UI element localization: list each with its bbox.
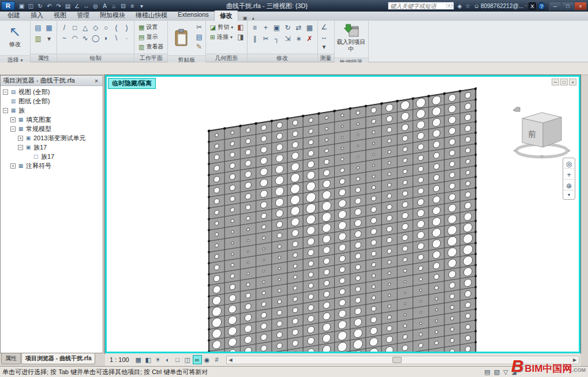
pin-icon[interactable]: ∗ [294, 33, 304, 44]
trim-icon[interactable]: ┐ [272, 33, 282, 44]
rectangle-tool-icon[interactable]: □ [70, 23, 80, 32]
center-ends-arc-tool-icon[interactable]: ) [122, 23, 132, 32]
tree-item[interactable]: ▥图纸 (全部) [1, 96, 103, 106]
crop-view-icon[interactable]: □ [173, 355, 182, 364]
ribbon-tab-视图[interactable]: 视图 [48, 10, 72, 21]
ribbon-tab-修改[interactable]: 修改 [214, 10, 238, 21]
qat-customize-icon[interactable]: ▾ [137, 2, 146, 10]
align-icon[interactable]: ≡ [250, 23, 260, 33]
maximize-button[interactable]: □ [561, 2, 574, 10]
tree-item[interactable]: +▦注释符号 [1, 161, 103, 170]
paint-icon[interactable]: ◧ [237, 23, 244, 32]
tag-icon[interactable]: ◎ [91, 2, 100, 10]
family-category-icon[interactable]: ▦ [44, 23, 54, 33]
match-type-icon[interactable]: ✎ [195, 42, 203, 51]
start-end-radius-arc-tool-icon[interactable]: ( [111, 23, 121, 32]
copy-element-icon[interactable]: ▣ [272, 23, 282, 33]
project-browser-close-icon[interactable]: × [92, 77, 100, 84]
set-workplane-button[interactable]: ▦设置 [137, 23, 165, 32]
tree-expand-icon[interactable]: + [10, 163, 16, 169]
tree-item[interactable]: ▢族17 [1, 152, 103, 161]
aligned-dimension-icon[interactable]: ↔ [82, 2, 91, 10]
favorites-icon[interactable]: ☆ [464, 3, 472, 9]
family-types-icon[interactable]: ▥ [33, 33, 43, 44]
circle-tool-icon[interactable]: ○ [101, 23, 111, 32]
split-icon[interactable]: ✂ [261, 33, 271, 44]
rotate-icon[interactable]: ↻ [283, 23, 293, 33]
paste-button[interactable] [170, 23, 193, 54]
tree-expand-icon[interactable]: + [10, 117, 16, 122]
sync-with-central-icon[interactable]: ↻ [36, 2, 44, 10]
ribbon-tab-管理[interactable]: 管理 [72, 10, 95, 21]
thin-lines-icon[interactable]: ≡ [128, 2, 137, 10]
viewcube-home-icon[interactable] [513, 107, 520, 111]
ribbon-cycle-icon[interactable]: ▣ [242, 16, 249, 21]
sun-path-icon[interactable]: ☀ [153, 355, 163, 364]
partial-ellipse-tool-icon[interactable]: ◗ [101, 33, 111, 43]
worksharing-icon[interactable]: ▤ [484, 368, 490, 376]
show-workplane-button[interactable]: ▤显示 [137, 32, 165, 42]
tree-collapse-icon[interactable]: − [3, 89, 8, 95]
project-browser-header[interactable]: 项目浏览器 - 曲线干扰.rfa × [1, 76, 103, 86]
view-scale-button[interactable]: 1 : 100 [106, 356, 133, 364]
redo-icon[interactable]: ↷ [54, 2, 63, 10]
ribbon-tab-附加模块[interactable]: 附加模块 [95, 10, 130, 21]
tree-collapse-icon[interactable]: − [3, 108, 8, 113]
tree-item[interactable]: +▣2013渐变测试单元 [1, 133, 103, 143]
bottom-tab-project-browser[interactable]: 项目浏览器 - 曲线干扰.rfa [21, 353, 95, 364]
copy-icon[interactable]: ▤ [195, 32, 203, 42]
view-close-icon[interactable]: × [569, 79, 576, 85]
default-3d-view-icon[interactable]: ⌂ [110, 2, 118, 10]
save-icon[interactable]: ◫ [27, 2, 35, 10]
visual-style-icon[interactable]: ◧ [144, 355, 153, 364]
scrollbar-thumb[interactable] [392, 357, 402, 363]
cut-icon[interactable]: ✂ [195, 23, 203, 32]
zoom-icon[interactable]: ⊕ [564, 181, 574, 191]
view-restore-icon[interactable]: □ [560, 79, 568, 85]
reveal-constraints-icon[interactable]: # [212, 355, 222, 364]
offset-icon[interactable]: ∥ [250, 33, 260, 44]
text-icon[interactable]: A [100, 2, 109, 10]
point-tool-icon[interactable]: · [122, 33, 132, 43]
viewcube-west-tick[interactable] [513, 149, 516, 152]
perforated-panel-model[interactable] [208, 87, 477, 353]
bottom-tab-properties[interactable]: 属性 [1, 353, 21, 364]
ribbon-tab-Extensions[interactable]: Extensions [173, 10, 214, 21]
tree-item[interactable]: −▦常规模型 [1, 124, 103, 133]
minimize-button[interactable]: ─ [549, 2, 561, 10]
inscribed-polygon-tool-icon[interactable]: △ [80, 23, 90, 32]
undo-icon[interactable]: ↶ [45, 2, 54, 10]
viewcube-east-tick[interactable] [568, 149, 571, 152]
join-geometry-button[interactable]: ⊞连接▾ [208, 32, 235, 42]
delete-icon[interactable]: ✗ [305, 33, 315, 44]
open-file-icon[interactable]: ▣ [17, 2, 26, 10]
temporary-hide-isolate-icon[interactable]: ∞ [193, 355, 202, 364]
viewcube[interactable]: 前 [511, 104, 571, 160]
circumscribed-polygon-tool-icon[interactable]: ◇ [91, 23, 100, 32]
scroll-left-icon[interactable]: ◀ [227, 357, 235, 363]
measure-icon[interactable]: ∠ [73, 2, 81, 10]
ribbon-tab-橄榄山快模[interactable]: 橄榄山快模 [130, 10, 173, 21]
pan-icon[interactable]: + [564, 170, 574, 180]
load-into-project-button[interactable]: 载入到项目中 [337, 23, 366, 56]
spline-tool-icon[interactable]: ∿ [80, 33, 90, 43]
application-menu-button[interactable]: R [1, 1, 15, 10]
design-options-icon[interactable]: ▧ [494, 368, 500, 376]
navbar-options-icon[interactable]: ▾ [564, 192, 574, 198]
filter-icon[interactable]: ▽ [503, 368, 508, 376]
exchange-apps-icon[interactable]: X [529, 2, 536, 10]
tree-item[interactable]: +▦填充图案 [1, 115, 103, 124]
ribbon-tab-插入[interactable]: 插入 [25, 10, 48, 21]
detail-level-icon[interactable]: ▦ [134, 355, 143, 364]
tree-item[interactable]: −▦族 [1, 106, 103, 115]
search-input[interactable] [388, 2, 444, 9]
view-minimize-icon[interactable]: ─ [552, 79, 559, 85]
close-button[interactable]: × [574, 2, 587, 10]
reveal-hidden-elements-icon[interactable]: ◉ [203, 355, 212, 364]
steering-wheel-icon[interactable]: ◎ [564, 159, 574, 169]
search-icon[interactable]: ⚆⚆ [444, 3, 453, 9]
pick-lines-tool-icon[interactable]: \ [111, 33, 121, 43]
scale-icon[interactable]: ⇲ [283, 33, 293, 44]
properties-more-icon[interactable]: ▾ [44, 33, 54, 44]
line-tool-icon[interactable]: / [59, 23, 69, 32]
